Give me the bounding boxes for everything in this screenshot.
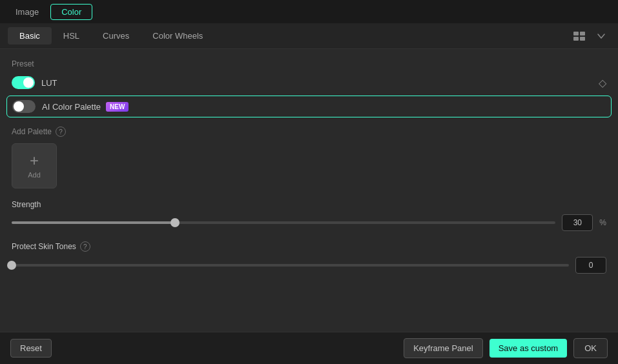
svg-rect-1 [580, 32, 585, 35]
palette-add-button[interactable]: + Add [12, 143, 57, 188]
strength-label: Strength [12, 200, 606, 209]
palette-grid: + Add [12, 143, 606, 188]
chevron-down-icon-btn[interactable] [592, 27, 610, 45]
strength-slider-fill [12, 221, 175, 224]
strength-slider-row: 30 % [12, 214, 606, 231]
ai-color-palette-row: AI Color Palette NEW [6, 96, 612, 117]
strength-unit: % [599, 218, 606, 227]
subtab-basic[interactable]: Basic [8, 27, 52, 45]
subtab-hsl[interactable]: HSL [52, 27, 91, 45]
protect-slider-row: 0 [12, 257, 606, 274]
subtab-curves[interactable]: Curves [91, 27, 141, 45]
protect-slider-thumb[interactable] [7, 261, 16, 270]
protect-skin-tones-label: Protect Skin Tones [12, 242, 76, 251]
sub-tab-bar: Basic HSL Curves Color Wheels [0, 23, 618, 49]
protect-value-box[interactable]: 0 [575, 257, 606, 274]
strength-value-box[interactable]: 30 [562, 214, 593, 231]
plus-icon: + [30, 153, 39, 168]
diamond-icon: ◇ [599, 77, 606, 89]
lut-label: LUT [41, 78, 57, 88]
lut-toggle[interactable] [12, 76, 35, 89]
lut-row: LUT ◇ [12, 76, 606, 89]
subtab-colorwheels[interactable]: Color Wheels [141, 27, 214, 45]
protect-slider-track[interactable] [12, 264, 569, 267]
preset-label: Preset [12, 59, 606, 68]
tab-image[interactable]: Image [5, 5, 49, 19]
keyframe-panel-button[interactable]: Keyframe Panel [404, 338, 483, 358]
ok-button[interactable]: OK [573, 338, 608, 358]
strength-slider-track[interactable] [12, 221, 555, 224]
save-as-custom-button[interactable]: Save as custom [489, 339, 568, 358]
ai-palette-label: AI Color Palette [42, 102, 101, 112]
reset-button[interactable]: Reset [10, 339, 52, 358]
palette-add-label: Add [28, 171, 41, 179]
layout-icon-btn[interactable] [570, 27, 588, 45]
tab-color[interactable]: Color [50, 4, 92, 20]
add-palette-help-icon[interactable]: ? [56, 126, 66, 137]
top-tab-bar: Image Color [0, 0, 618, 23]
svg-rect-3 [580, 37, 585, 41]
protect-skin-tones-help-icon[interactable]: ? [80, 241, 90, 252]
bottom-bar: Reset Keyframe Panel Save as custom OK [0, 332, 618, 364]
protect-skin-tones-row: Protect Skin Tones ? [12, 241, 606, 252]
ai-palette-toggle[interactable] [12, 100, 36, 113]
strength-section: Strength 30 % [12, 200, 606, 231]
new-badge: NEW [106, 102, 129, 112]
add-palette-section: Add Palette ? + Add [12, 126, 606, 188]
add-palette-label: Add Palette ? [12, 126, 606, 137]
main-content: Preset LUT ◇ AI Color Palette NEW Add Pa… [0, 49, 618, 332]
strength-slider-thumb[interactable] [170, 218, 180, 227]
svg-rect-0 [573, 32, 579, 35]
svg-rect-2 [573, 37, 579, 41]
